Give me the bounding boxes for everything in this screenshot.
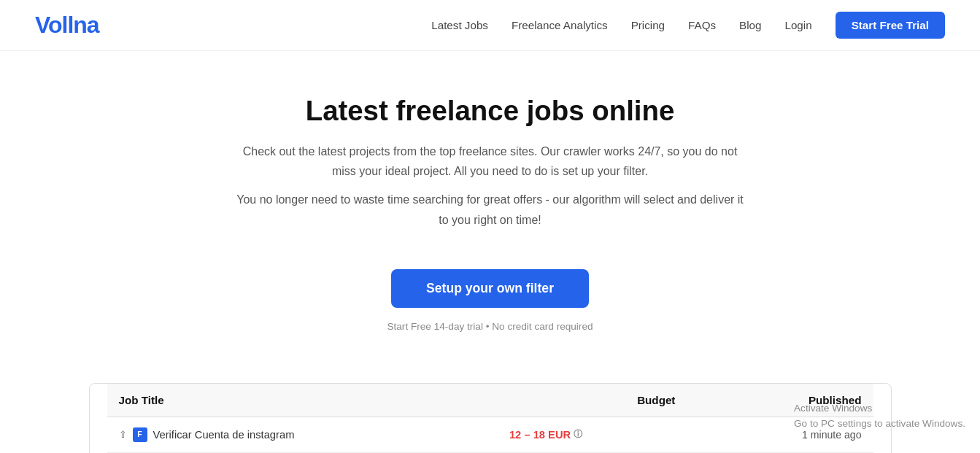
table-header-row: Job Title Budget Published <box>107 384 873 417</box>
jobs-table-container: Job Title Budget Published ⇧ F Verificar… <box>89 383 892 453</box>
nav-faqs[interactable]: FAQs <box>688 19 716 31</box>
start-free-trial-button[interactable]: Start Free Trial <box>836 12 945 39</box>
nav-blog[interactable]: Blog <box>739 19 761 31</box>
job-budget: 12 – 18 EUR ⓘ <box>498 417 687 452</box>
setup-filter-button[interactable]: Setup your own filter <box>391 269 589 308</box>
col-budget: Budget <box>498 384 687 417</box>
nav-latest-jobs[interactable]: Latest Jobs <box>431 19 488 31</box>
col-published: Published <box>687 384 873 417</box>
site-logo[interactable]: Vollna <box>35 12 99 39</box>
hero-section: Latest freelance jobs online Check out t… <box>198 51 782 361</box>
table-row: ⇧ F Verificar Cuenta de instagram 12 – 1… <box>107 417 873 452</box>
job-title-text: Verificar Cuenta de instagram <box>153 429 295 441</box>
row-chevron[interactable]: ⇧ <box>119 429 127 440</box>
hero-paragraph-2: You no longer need to waste time searchi… <box>234 190 747 229</box>
jobs-table: Job Title Budget Published ⇧ F Verificar… <box>107 384 873 453</box>
trial-note: Start Free 14-day trial • No credit card… <box>234 321 747 332</box>
nav-links: Latest Jobs Freelance Analytics Pricing … <box>431 12 945 39</box>
budget-info-icon[interactable]: ⓘ <box>574 428 582 441</box>
nav-freelance-analytics[interactable]: Freelance Analytics <box>512 19 608 31</box>
job-published: 1 minute ago <box>687 417 873 452</box>
platform-icon: F <box>133 427 147 442</box>
col-job-title: Job Title <box>107 384 498 417</box>
nav-login[interactable]: Login <box>784 19 811 31</box>
hero-heading: Latest freelance jobs online <box>234 95 747 127</box>
nav-pricing[interactable]: Pricing <box>631 19 665 31</box>
hero-paragraph-1: Check out the latest projects from the t… <box>234 142 747 181</box>
